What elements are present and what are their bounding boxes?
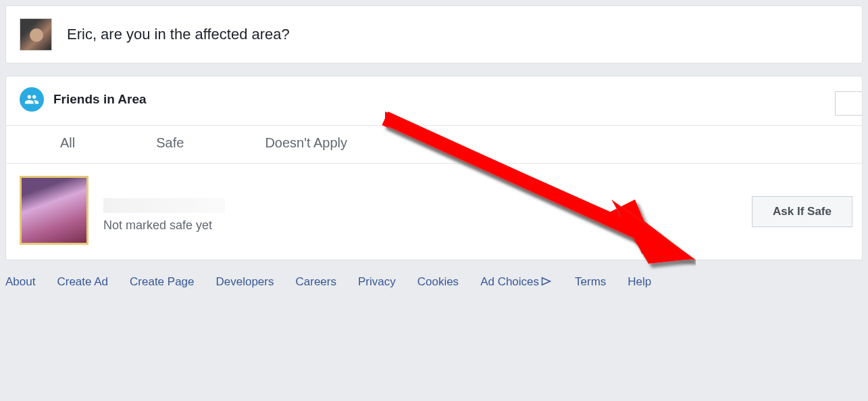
tab-safe[interactable]: Safe	[156, 135, 184, 151]
footer-cookies[interactable]: Cookies	[417, 275, 459, 289]
header-action-box[interactable]	[835, 91, 862, 116]
prompt-text: Eric, are you in the affected area?	[67, 26, 290, 43]
tab-all[interactable]: All	[60, 135, 75, 151]
friends-header: Friends in Area	[6, 76, 862, 126]
footer-ad-choices[interactable]: Ad Choices	[480, 275, 553, 289]
ask-if-safe-button[interactable]: Ask If Safe	[752, 196, 852, 227]
friend-info: Not marked safe yet	[103, 198, 225, 233]
footer-ad-choices-label: Ad Choices	[480, 275, 539, 288]
friend-status: Not marked safe yet	[103, 218, 225, 233]
prompt-card: Eric, are you in the affected area?	[5, 5, 863, 64]
footer-create-page[interactable]: Create Page	[130, 275, 194, 289]
footer-developers[interactable]: Developers	[216, 275, 274, 289]
friend-avatar[interactable]	[20, 176, 88, 245]
footer: About Create Ad Create Page Developers C…	[0, 260, 868, 289]
adchoices-icon	[541, 276, 553, 289]
footer-help[interactable]: Help	[628, 275, 651, 289]
tab-doesnt-apply[interactable]: Doesn't Apply	[265, 135, 347, 151]
friend-name-redacted	[103, 198, 225, 213]
footer-about[interactable]: About	[5, 275, 35, 289]
friends-title: Friends in Area	[53, 92, 147, 107]
friend-row: Not marked safe yet Ask If Safe	[6, 164, 862, 260]
friends-tabs: All Safe Doesn't Apply	[6, 126, 862, 164]
footer-careers[interactable]: Careers	[296, 275, 336, 289]
footer-privacy[interactable]: Privacy	[358, 275, 396, 289]
friends-card: Friends in Area All Safe Doesn't Apply N…	[5, 76, 863, 260]
footer-terms[interactable]: Terms	[575, 275, 606, 289]
user-avatar[interactable]	[20, 18, 52, 51]
friends-icon	[20, 87, 44, 112]
footer-create-ad[interactable]: Create Ad	[57, 275, 108, 289]
